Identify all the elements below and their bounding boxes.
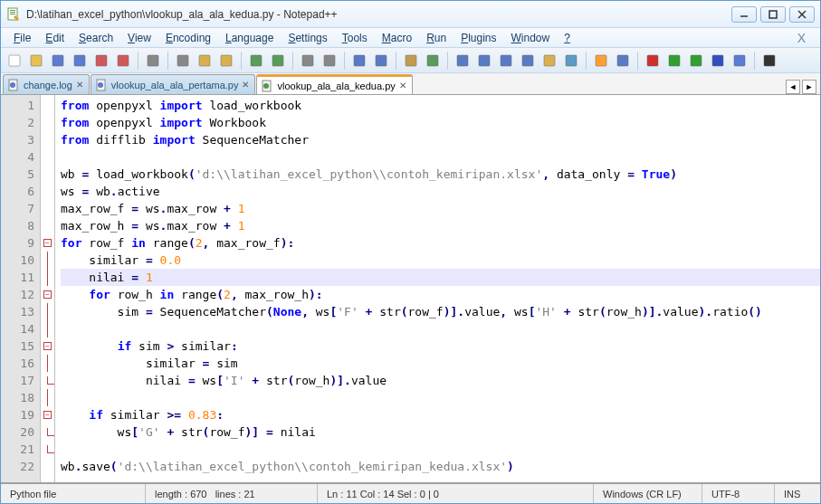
- code-line[interactable]: max_row_h = ws.max_row + 1: [61, 217, 820, 234]
- save2-button[interactable]: [730, 51, 749, 71]
- tab-next-button[interactable]: ►: [802, 80, 816, 94]
- closeall-button[interactable]: [113, 51, 133, 71]
- doc-button[interactable]: [613, 51, 633, 71]
- zoomin-button[interactable]: [349, 51, 369, 71]
- code-line[interactable]: sim = SequenceMatcher(None, ws['F' + str…: [61, 303, 820, 320]
- line-number-gutter[interactable]: 12345678910111213141516171819202122: [1, 95, 41, 482]
- line-number[interactable]: 11: [1, 269, 34, 286]
- saveall-button[interactable]: [70, 51, 90, 71]
- fold-marker[interactable]: [41, 269, 54, 286]
- fold-marker[interactable]: [41, 148, 54, 166]
- fold-marker[interactable]: [41, 303, 54, 320]
- line-number[interactable]: 20: [1, 423, 34, 441]
- menu-run[interactable]: Run: [419, 30, 453, 46]
- line-number[interactable]: 5: [1, 166, 34, 183]
- showall-button[interactable]: [453, 51, 473, 71]
- line-number[interactable]: 14: [1, 320, 34, 338]
- line-number[interactable]: 13: [1, 303, 34, 320]
- tab-prev-button[interactable]: ◄: [786, 80, 800, 94]
- menu-settings[interactable]: Settings: [281, 30, 334, 46]
- fold-marker[interactable]: [41, 423, 54, 441]
- zoomout-button[interactable]: [371, 51, 391, 71]
- fold-marker[interactable]: −: [41, 286, 54, 303]
- dir-button[interactable]: [539, 51, 559, 71]
- code-line[interactable]: ws = wb.active: [61, 183, 820, 200]
- showws-button[interactable]: [561, 51, 581, 71]
- indent-button[interactable]: [474, 51, 494, 71]
- fold-marker[interactable]: [41, 372, 54, 389]
- fold-column[interactable]: −−−−: [41, 95, 55, 482]
- code-line[interactable]: from openpyxl import Workbook: [61, 114, 820, 131]
- fold-marker[interactable]: [41, 252, 54, 269]
- code-line[interactable]: for row_f in range(2, max_row_f):: [61, 234, 820, 252]
- menu-help[interactable]: ?: [557, 30, 578, 46]
- paste-button[interactable]: [216, 51, 236, 71]
- line-number[interactable]: 8: [1, 217, 34, 234]
- code-line[interactable]: [61, 148, 820, 166]
- redo-button[interactable]: [268, 51, 288, 71]
- unfold-button[interactable]: [518, 51, 538, 71]
- tab-change-log[interactable]: change.log✕: [3, 74, 90, 94]
- menu-window[interactable]: Window: [504, 30, 558, 46]
- line-number[interactable]: 7: [1, 200, 34, 217]
- save-button[interactable]: [48, 51, 68, 71]
- fold-marker[interactable]: [41, 97, 54, 114]
- line-number[interactable]: 9: [1, 234, 34, 252]
- line-number[interactable]: 6: [1, 183, 34, 200]
- line-number[interactable]: 12: [1, 286, 34, 303]
- code-line[interactable]: max_row_f = ws.max_row + 1: [61, 200, 820, 217]
- fold-marker[interactable]: [41, 320, 54, 338]
- line-number[interactable]: 17: [1, 372, 34, 389]
- wrap-button[interactable]: [423, 51, 443, 71]
- fold-marker[interactable]: −: [41, 234, 54, 252]
- fold-marker[interactable]: [41, 217, 54, 234]
- fold-marker[interactable]: [41, 131, 54, 148]
- line-number[interactable]: 16: [1, 355, 34, 372]
- code-line[interactable]: from difflib import SequenceMatcher: [61, 131, 820, 148]
- tab-close-icon[interactable]: ✕: [242, 80, 249, 90]
- abc-button[interactable]: [759, 51, 779, 71]
- sync-button[interactable]: [401, 51, 421, 71]
- close-button[interactable]: [789, 6, 815, 23]
- code-line[interactable]: [61, 320, 820, 338]
- menu-language[interactable]: Language: [218, 30, 281, 46]
- line-number[interactable]: 22: [1, 458, 34, 475]
- replace-button[interactable]: [320, 51, 339, 71]
- line-number[interactable]: 15: [1, 338, 34, 355]
- maximize-button[interactable]: [760, 6, 786, 23]
- code-line[interactable]: if sim > similar:: [61, 338, 820, 355]
- code-line[interactable]: ws['G' + str(row_f)] = nilai: [61, 423, 820, 441]
- play-button[interactable]: [664, 51, 684, 71]
- menu-edit[interactable]: Edit: [38, 30, 72, 46]
- func-button[interactable]: [591, 51, 611, 71]
- menu-tools[interactable]: Tools: [335, 30, 375, 46]
- tab-close-icon[interactable]: ✕: [399, 81, 406, 90]
- copy-button[interactable]: [195, 51, 215, 71]
- code-line[interactable]: wb.save('d:\\latihan_excel_python\\conto…: [61, 458, 820, 475]
- fold-marker[interactable]: [41, 389, 54, 406]
- fold-marker[interactable]: [41, 114, 54, 131]
- code-line[interactable]: for row_h in range(2, max_row_h):: [61, 286, 820, 303]
- fold-marker[interactable]: [41, 183, 54, 200]
- fold-marker[interactable]: [41, 166, 54, 183]
- tab-close-icon[interactable]: ✕: [76, 80, 83, 90]
- find-button[interactable]: [298, 51, 318, 71]
- code-line[interactable]: wb = load_workbook('d:\\latihan_excel_py…: [61, 166, 820, 183]
- minimize-button[interactable]: [731, 6, 757, 23]
- foldall-button[interactable]: [496, 51, 516, 71]
- new-button[interactable]: [5, 51, 24, 71]
- code-area[interactable]: from openpyxl import load_workbookfrom o…: [55, 95, 820, 482]
- fold-marker[interactable]: [41, 441, 54, 458]
- stop-button[interactable]: [708, 51, 728, 71]
- code-line[interactable]: [61, 441, 820, 458]
- fold-marker[interactable]: [41, 200, 54, 217]
- line-number[interactable]: 2: [1, 114, 34, 131]
- menu-file[interactable]: File: [6, 30, 38, 46]
- line-number[interactable]: 10: [1, 252, 34, 269]
- print-button[interactable]: [143, 51, 163, 71]
- menu-extra-button[interactable]: X: [788, 31, 815, 45]
- line-number[interactable]: 19: [1, 406, 34, 423]
- menu-plugins[interactable]: Plugins: [453, 30, 503, 46]
- line-number[interactable]: 21: [1, 441, 34, 458]
- cut-button[interactable]: [173, 51, 193, 71]
